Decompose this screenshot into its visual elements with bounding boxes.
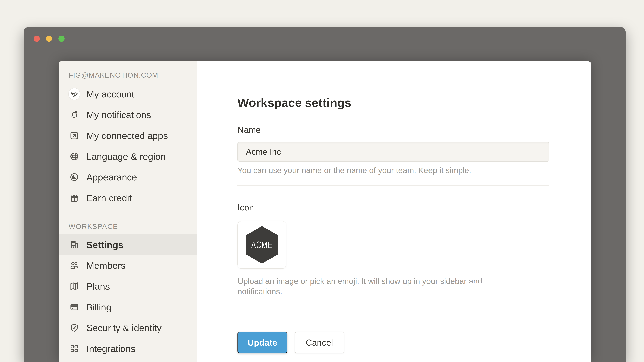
sidebar-item-language-region[interactable]: Language & region — [58, 146, 196, 167]
people-icon — [68, 260, 80, 271]
bell-icon — [68, 109, 80, 120]
sidebar-item-appearance[interactable]: Appearance — [58, 167, 196, 188]
minimize-window-icon[interactable] — [46, 35, 52, 42]
section-divider — [238, 309, 550, 309]
sidebar-item-label: My account — [86, 89, 134, 99]
sidebar-item-security-identity[interactable]: Security & identity — [58, 318, 196, 338]
sidebar-item-label: Members — [86, 260, 126, 271]
name-field-label: Name — [238, 125, 261, 134]
section-divider — [238, 185, 550, 186]
sidebar-item-my-account[interactable]: My account — [58, 84, 196, 104]
credit-card-icon — [68, 301, 80, 313]
icon-field-label: Icon — [238, 203, 254, 212]
sidebar-item-label: My notifications — [86, 109, 151, 120]
screenshot-artifact-overlay — [468, 283, 498, 288]
workspace-nav: Settings Members — [58, 234, 196, 359]
map-icon — [68, 281, 80, 292]
desktop-background: FIG@MAKENOTION.COM — [0, 0, 644, 362]
sidebar-item-label: My connected apps — [86, 130, 168, 141]
section-divider — [238, 111, 550, 111]
sidebar-item-members[interactable]: Members — [58, 255, 196, 276]
sidebar-item-integrations[interactable]: Integrations — [58, 338, 196, 359]
workspace-section-heading: WORKSPACE — [68, 223, 196, 230]
moon-icon — [68, 171, 80, 183]
shield-check-icon — [68, 322, 80, 334]
building-icon — [68, 239, 80, 250]
sidebar-item-label: Settings — [86, 239, 124, 250]
window-controls — [34, 35, 64, 42]
account-email-label: FIG@MAKENOTION.COM — [68, 71, 196, 79]
sidebar-item-label: Billing — [86, 302, 111, 313]
sidebar-item-label: Earn credit — [86, 193, 132, 203]
svg-text:ACME: ACME — [251, 239, 273, 250]
gift-icon — [68, 192, 80, 204]
workspace-settings-panel: Workspace settings Name You can use your… — [196, 61, 591, 362]
close-window-icon[interactable] — [34, 35, 40, 42]
globe-icon — [68, 151, 80, 162]
workspace-name-input[interactable] — [238, 142, 550, 162]
arrow-up-right-square-icon — [68, 130, 80, 141]
cancel-button[interactable]: Cancel — [295, 332, 344, 353]
name-helper-text: You can use your name or the name of you… — [238, 165, 533, 176]
grid-icon — [68, 343, 80, 354]
modal-footer: Update Cancel — [196, 321, 591, 362]
zoom-window-icon[interactable] — [58, 35, 64, 42]
user-avatar — [68, 88, 80, 100]
account-nav: My account My notifications — [58, 84, 196, 208]
app-window: FIG@MAKENOTION.COM — [24, 27, 626, 362]
sidebar-item-label: Language & region — [86, 151, 166, 162]
workspace-icon-picker[interactable]: ACME — [238, 221, 286, 269]
update-button[interactable]: Update — [238, 332, 287, 353]
sidebar-item-billing[interactable]: Billing — [58, 297, 196, 318]
sidebar-item-label: Appearance — [86, 172, 137, 183]
sidebar-item-label: Integrations — [86, 343, 136, 354]
sidebar-item-settings[interactable]: Settings — [58, 234, 196, 255]
sidebar-item-my-connected-apps[interactable]: My connected apps — [58, 125, 196, 146]
settings-sidebar: FIG@MAKENOTION.COM — [58, 61, 196, 362]
footer-buttons: Update Cancel — [238, 332, 344, 353]
sidebar-item-label: Security & identity — [86, 323, 162, 333]
acme-logo: ACME — [245, 226, 279, 264]
page-title: Workspace settings — [238, 95, 351, 110]
settings-modal: FIG@MAKENOTION.COM — [58, 61, 591, 362]
sidebar-item-label: Plans — [86, 281, 110, 292]
sidebar-item-earn-credit[interactable]: Earn credit — [58, 188, 196, 208]
sidebar-item-my-notifications[interactable]: My notifications — [58, 104, 196, 125]
sidebar-item-plans[interactable]: Plans — [58, 276, 196, 297]
